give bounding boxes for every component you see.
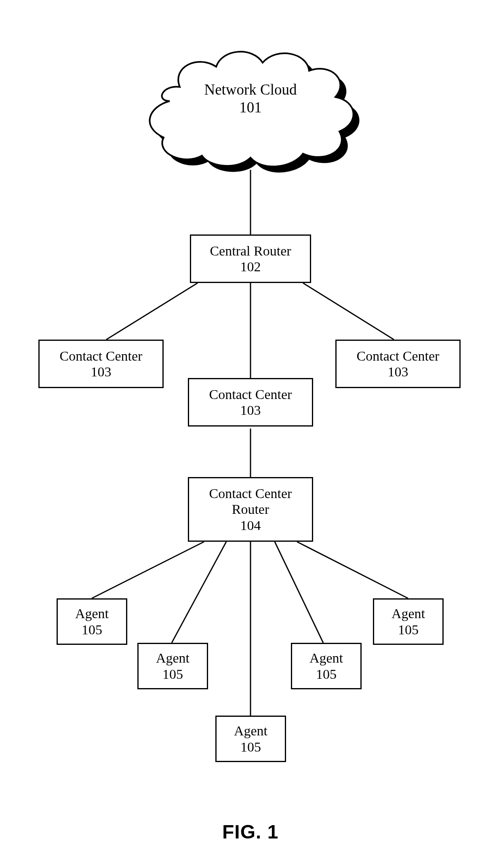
central-router-num: 102 bbox=[240, 259, 261, 275]
cc-right-num: 103 bbox=[388, 364, 408, 380]
cloud-label-text: Network Cloud bbox=[204, 81, 297, 98]
agent-b-num: 105 bbox=[162, 666, 183, 682]
node-agent-d: Agent 105 bbox=[291, 643, 362, 689]
cc-router-num: 104 bbox=[240, 517, 261, 533]
node-agent-e: Agent 105 bbox=[373, 598, 444, 645]
cc-left-num: 103 bbox=[91, 364, 112, 380]
agent-b-label: Agent bbox=[156, 650, 189, 666]
node-agent-c: Agent 105 bbox=[215, 716, 286, 762]
cc-router-label2: Router bbox=[232, 501, 269, 517]
node-agent-a: Agent 105 bbox=[57, 598, 127, 645]
agent-d-num: 105 bbox=[316, 666, 337, 682]
agent-e-label: Agent bbox=[392, 606, 425, 621]
cc-router-label1: Contact Center bbox=[209, 486, 292, 501]
svg-line-3 bbox=[303, 283, 394, 340]
svg-line-6 bbox=[172, 542, 226, 643]
agent-d-label: Agent bbox=[309, 650, 343, 666]
agent-a-label: Agent bbox=[75, 606, 109, 621]
svg-line-8 bbox=[275, 542, 323, 643]
svg-line-1 bbox=[106, 283, 198, 340]
cc-mid-num: 103 bbox=[240, 402, 261, 418]
agent-a-num: 105 bbox=[82, 622, 102, 638]
central-router-label: Central Router bbox=[210, 243, 291, 259]
agent-c-label: Agent bbox=[234, 723, 267, 739]
cc-mid-label: Contact Center bbox=[209, 386, 292, 402]
node-contact-center-left: Contact Center 103 bbox=[38, 340, 164, 388]
agent-e-num: 105 bbox=[398, 622, 419, 638]
node-contact-center-middle: Contact Center 103 bbox=[188, 378, 313, 427]
figure-caption: FIG. 1 bbox=[222, 821, 278, 843]
cloud-label: Network Cloud 101 bbox=[129, 81, 372, 117]
node-agent-b: Agent 105 bbox=[137, 643, 208, 689]
node-contact-center-router: Contact Center Router 104 bbox=[188, 477, 313, 542]
svg-line-5 bbox=[92, 542, 204, 598]
diagram-canvas: Network Cloud 101 Central Router 102 Con… bbox=[0, 0, 501, 868]
node-contact-center-right: Contact Center 103 bbox=[335, 340, 461, 388]
cloud-ref-num: 101 bbox=[239, 99, 262, 116]
node-central-router: Central Router 102 bbox=[190, 234, 311, 283]
cc-right-label: Contact Center bbox=[357, 348, 440, 364]
cc-left-label: Contact Center bbox=[60, 348, 143, 364]
agent-c-num: 105 bbox=[240, 739, 261, 755]
node-network-cloud: Network Cloud 101 bbox=[129, 22, 372, 176]
svg-line-9 bbox=[297, 542, 408, 598]
